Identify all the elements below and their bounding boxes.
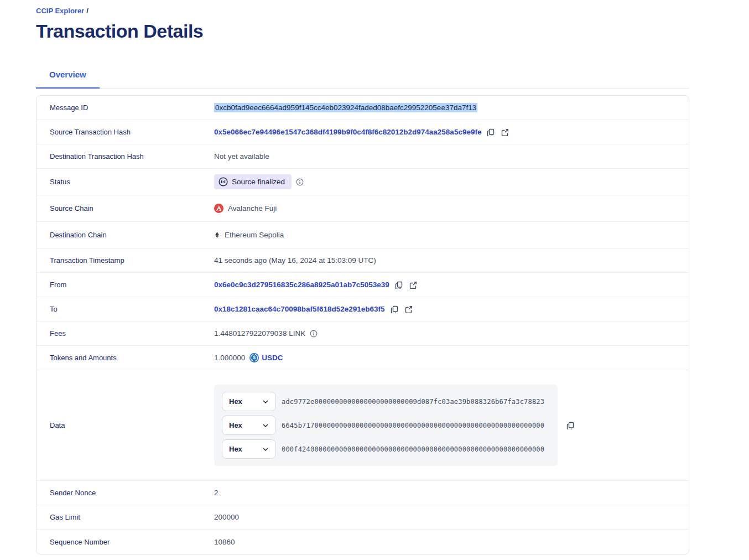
info-icon	[296, 178, 304, 186]
table-row-timestamp: Transaction Timestamp 41 seconds ago (Ma…	[37, 248, 689, 273]
breadcrumb-separator: /	[86, 7, 89, 15]
status-badge-label: Source finalized	[232, 178, 285, 186]
row-label: Sender Nonce	[37, 484, 214, 501]
destination-tx-hash-value: Not yet available	[214, 152, 269, 160]
copy-icon	[395, 281, 403, 289]
copy-icon	[566, 422, 574, 429]
timestamp-value: 41 seconds ago (May 16, 2024 at 15:03:09…	[214, 256, 376, 265]
hex-format-select[interactable]: Hex	[222, 416, 276, 435]
copy-icon	[391, 305, 398, 313]
breadcrumb-ccip-explorer-link[interactable]: CCIP Explorer	[36, 7, 84, 15]
table-row-source-chain: Source Chain Avalanche Fuji	[37, 195, 689, 222]
row-label: Transaction Timestamp	[37, 252, 214, 269]
tab-overview-label: Overview	[49, 70, 86, 79]
chevron-down-icon	[262, 446, 269, 453]
copy-button[interactable]	[389, 305, 399, 313]
table-row-data: Data Hex adc9772e00000000000000000000000…	[37, 370, 689, 481]
table-row-from: From 0x6e0c9c3d279516835c286a8925a01ab7c…	[37, 273, 689, 297]
row-label: Message ID	[37, 99, 214, 116]
hex-format-selected: Hex	[229, 421, 242, 429]
usdc-logo-icon: $	[249, 353, 259, 362]
signal-icon	[219, 177, 228, 186]
tab-bar: Overview	[36, 64, 689, 89]
source-tx-hash-link[interactable]: 0x5e066ec7e94496e1547c368df4199b9f0c4f8f…	[214, 128, 481, 136]
tab-overview[interactable]: Overview	[36, 64, 100, 88]
copy-data-button[interactable]	[565, 422, 575, 429]
table-row-to: To 0x18c1281caac64c70098baf5f618d52e291e…	[37, 297, 689, 322]
status-badge: Source finalized	[214, 174, 292, 189]
row-label: Tokens and Amounts	[37, 349, 214, 366]
chevron-down-icon	[262, 398, 269, 405]
copy-icon	[487, 128, 495, 136]
ethereum-logo-icon	[214, 230, 220, 240]
sender-nonce-value: 2	[214, 489, 219, 497]
status-info-trigger[interactable]	[296, 178, 304, 186]
breadcrumb: CCIP Explorer/	[36, 7, 689, 15]
gas-limit-value: 200000	[214, 513, 239, 521]
row-label: Sequence Number	[37, 533, 214, 551]
transaction-details-table: Message ID 0xcb0fad9eec6664ad959f145cc4e…	[36, 95, 689, 554]
table-row-destination-tx-hash: Destination Transaction Hash Not yet ava…	[37, 144, 689, 169]
hex-format-select[interactable]: Hex	[222, 439, 276, 459]
data-hex-panel: Hex adc9772e0000000000000000000000009d08…	[214, 385, 558, 466]
row-label: Gas Limit	[37, 509, 214, 526]
table-row-tokens: Tokens and Amounts 1.000000 $ USDC	[37, 346, 689, 370]
token-amount: 1.000000	[214, 354, 245, 362]
copy-button[interactable]	[486, 128, 496, 136]
source-chain-name: Avalanche Fuji	[228, 204, 277, 212]
row-label: Data	[37, 417, 214, 434]
table-row-fees: Fees 1.4480127922079038 LINK	[37, 322, 689, 346]
tab-active-indicator	[36, 87, 100, 89]
table-row-sequence-number: Sequence Number 10860	[37, 530, 689, 554]
hex-format-selected: Hex	[229, 397, 242, 406]
table-row-gas-limit: Gas Limit 200000	[37, 505, 689, 530]
copy-button[interactable]	[394, 281, 404, 289]
info-icon	[310, 330, 318, 338]
sequence-number-value: 10860	[214, 538, 235, 546]
external-link-icon	[409, 281, 417, 289]
hex-format-selected: Hex	[229, 445, 242, 453]
svg-text:$: $	[253, 355, 256, 360]
hex-format-select[interactable]: Hex	[222, 392, 276, 411]
table-row-status: Status Source finalized	[37, 169, 689, 195]
destination-chain-name: Ethereum Sepolia	[225, 231, 284, 239]
row-label: Fees	[37, 325, 214, 342]
hex-data-value: 000f424000000000000000000000000000000000…	[282, 445, 544, 453]
row-label: Destination Chain	[37, 226, 214, 243]
hex-data-value: 6645b71700000000000000000000000000000000…	[282, 422, 544, 429]
row-label: Source Chain	[37, 200, 214, 217]
from-address-link[interactable]: 0x6e0c9c3d279516835c286a8925a01ab7c5053e…	[214, 281, 389, 289]
chevron-down-icon	[262, 422, 269, 429]
data-hex-line: Hex 6645b7170000000000000000000000000000…	[222, 416, 550, 435]
row-label: Status	[37, 173, 214, 190]
data-hex-line: Hex 000f42400000000000000000000000000000…	[222, 439, 550, 459]
avalanche-logo-icon	[214, 204, 223, 213]
row-label: From	[37, 276, 214, 293]
fees-value: 1.4480127922079038 LINK	[214, 329, 305, 338]
table-row-message-id: Message ID 0xcb0fad9eec6664ad959f145cc4e…	[37, 96, 689, 120]
external-link-button[interactable]	[408, 281, 418, 289]
table-row-source-tx-hash: Source Transaction Hash 0x5e066ec7e94496…	[37, 120, 689, 144]
token-link[interactable]: $ USDC	[249, 353, 283, 362]
table-row-destination-chain: Destination Chain Ethereum Sepolia	[37, 222, 689, 248]
row-label: Destination Transaction Hash	[37, 148, 214, 165]
transaction-details-page: CCIP Explorer/ Transaction Details Overv…	[0, 0, 689, 554]
row-label: Source Transaction Hash	[37, 123, 214, 141]
data-hex-line: Hex adc9772e0000000000000000000000009d08…	[222, 392, 550, 411]
external-link-button[interactable]	[500, 128, 510, 136]
token-symbol: USDC	[262, 354, 283, 362]
fees-info-trigger[interactable]	[310, 330, 318, 338]
external-link-icon	[501, 128, 509, 136]
message-id-value: 0xcb0fad9eec6664ad959f145cc4eb023924fade…	[214, 103, 477, 112]
hex-data-value: adc9772e0000000000000000000000009d087fc0…	[282, 398, 544, 406]
row-label: To	[37, 300, 214, 318]
external-link-icon	[405, 305, 413, 313]
page-title: Transaction Details	[36, 20, 689, 42]
table-row-sender-nonce: Sender Nonce 2	[37, 481, 689, 505]
to-address-link[interactable]: 0x18c1281caac64c70098baf5f618d52e291eb63…	[214, 305, 385, 313]
external-link-button[interactable]	[404, 305, 414, 313]
